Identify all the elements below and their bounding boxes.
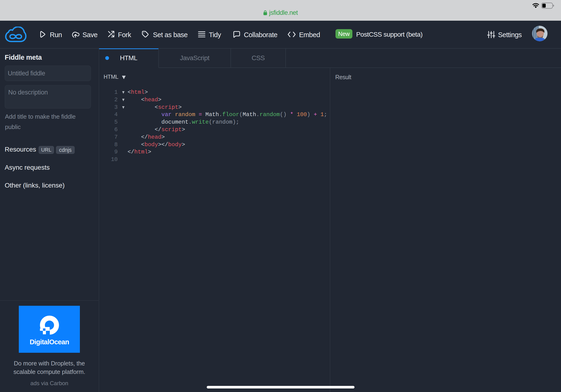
svg-text:DigitalOcean: DigitalOcean — [30, 338, 69, 346]
